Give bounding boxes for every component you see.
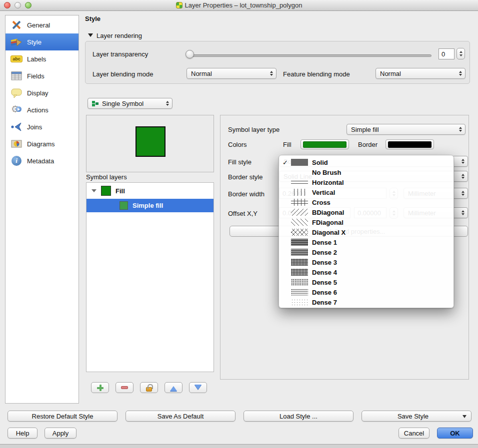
dense2-pattern-icon xyxy=(291,249,308,256)
up-arrow-icon xyxy=(170,383,177,391)
transparency-slider-track[interactable] xyxy=(188,54,432,57)
symbol-layers-label: Symbol layers xyxy=(86,173,127,181)
move-layer-up-button[interactable] xyxy=(164,382,182,393)
qgis-logo-icon xyxy=(176,2,182,8)
fill-style-label: Fill style xyxy=(228,158,252,166)
page-title: Style xyxy=(85,15,100,22)
restore-default-style-button[interactable]: Restore Default Style xyxy=(8,411,118,422)
single-symbol-icon xyxy=(92,100,99,107)
window-title: Layer Properties – lot_township_polygon xyxy=(0,1,478,9)
fields-icon xyxy=(10,70,22,82)
load-style-button[interactable]: Load Style ... xyxy=(244,411,354,422)
layer-transparency-label: Layer transparency xyxy=(92,50,148,58)
fill-label: Fill xyxy=(283,141,292,148)
sidebar-item-fields[interactable]: Fields xyxy=(6,67,78,84)
help-button[interactable]: Help xyxy=(8,428,38,439)
apply-button[interactable]: Apply xyxy=(44,428,76,439)
display-icon xyxy=(10,87,22,99)
zoom-window-button[interactable] xyxy=(25,2,32,8)
sidebar-item-metadata[interactable]: i Metadata xyxy=(6,152,78,169)
sidebar-item-labels[interactable]: abc Labels xyxy=(6,50,78,67)
fill-color-button[interactable] xyxy=(300,139,349,149)
layer-blending-select[interactable]: Normal xyxy=(186,68,276,79)
save-style-button[interactable]: Save Style xyxy=(362,411,472,422)
menu-item-cross[interactable]: Cross xyxy=(279,197,454,207)
combo-arrows-icon xyxy=(166,99,169,107)
dropdown-arrow-icon xyxy=(462,415,466,420)
feature-blending-select[interactable]: Normal xyxy=(376,68,466,79)
tree-expand-icon[interactable] xyxy=(92,189,96,195)
border-style-label: Border style xyxy=(228,173,262,181)
combo-arrows-icon xyxy=(462,189,464,197)
sidebar-item-diagrams[interactable]: Diagrams xyxy=(6,135,78,152)
menu-item-horizontal[interactable]: Horizontal xyxy=(279,177,454,187)
symbol-layers-tree: Fill Simple fill xyxy=(86,182,214,372)
offset-label: Offset X,Y xyxy=(228,210,258,217)
transparency-stepper[interactable] xyxy=(456,48,465,59)
menu-item-dense-6[interactable]: Dense 6 xyxy=(279,287,454,297)
tree-row-fill[interactable]: Fill xyxy=(86,183,214,199)
sidebar-item-joins[interactable]: Joins xyxy=(6,118,78,135)
general-icon xyxy=(10,19,22,31)
menu-item-dense-1[interactable]: Dense 1 xyxy=(279,237,454,247)
dense5-pattern-icon xyxy=(291,279,308,286)
sidebar-item-display[interactable]: Display xyxy=(6,84,78,101)
transparency-value-field[interactable]: 0 xyxy=(438,48,454,59)
dense1-pattern-icon xyxy=(291,239,308,246)
window-bottom-edge xyxy=(0,444,478,448)
layer-rendering-toggle[interactable]: Layer rendering xyxy=(88,31,142,39)
menu-item-fdiagonal[interactable]: FDiagonal xyxy=(279,217,454,227)
simple-fill-swatch-icon xyxy=(120,201,128,210)
cancel-button[interactable]: Cancel xyxy=(398,428,430,439)
cross-pattern-icon xyxy=(291,199,308,206)
lock-symbol-layer-button[interactable] xyxy=(140,382,158,393)
minimize-window-button[interactable] xyxy=(14,2,21,8)
menu-item-dense-3[interactable]: Dense 3 xyxy=(279,257,454,267)
diagrams-icon xyxy=(10,138,22,150)
collapse-triangle-icon xyxy=(88,33,93,39)
combo-arrows-icon xyxy=(459,125,462,133)
menu-item-bdiagonal[interactable]: BDiagonal xyxy=(279,207,454,217)
down-arrow-icon xyxy=(194,385,202,393)
remove-symbol-layer-button[interactable] xyxy=(116,382,134,393)
symbol-layer-type-label: Symbol layer type xyxy=(228,126,280,133)
title-bar: Layer Properties – lot_township_polygon xyxy=(0,0,478,11)
close-window-button[interactable] xyxy=(4,2,10,8)
vertical-pattern-icon xyxy=(291,189,308,196)
transparency-slider-handle[interactable] xyxy=(186,50,194,58)
sidebar-item-style[interactable]: Style xyxy=(6,33,78,50)
sidebar-item-general[interactable]: General xyxy=(6,16,78,33)
renderer-select[interactable]: Single Symbol xyxy=(88,98,172,109)
unlock-icon xyxy=(146,387,152,392)
menu-item-dense-7[interactable]: Dense 7 xyxy=(279,297,454,307)
menu-item-diagonal-x[interactable]: Diagonal X xyxy=(279,227,454,237)
menu-item-vertical[interactable]: Vertical xyxy=(279,187,454,197)
menu-item-dense-4[interactable]: Dense 4 xyxy=(279,267,454,277)
minus-icon xyxy=(121,386,128,389)
actions-icon: ⚙ xyxy=(10,104,22,116)
menu-item-solid[interactable]: Solid xyxy=(279,157,454,167)
combo-arrows-icon xyxy=(459,69,462,77)
border-color-button[interactable] xyxy=(386,139,434,149)
sidebar-item-actions[interactable]: ⚙ Actions xyxy=(6,101,78,118)
tree-row-simple-fill[interactable]: Simple fill xyxy=(86,199,214,212)
style-icon xyxy=(10,36,22,48)
menu-item-dense-2[interactable]: Dense 2 xyxy=(279,247,454,257)
labels-icon: abc xyxy=(10,53,22,65)
add-symbol-layer-button[interactable] xyxy=(91,382,109,393)
menu-item-dense-5[interactable]: Dense 5 xyxy=(279,277,454,287)
layer-blending-label: Layer blending mode xyxy=(92,70,153,78)
dense3-pattern-icon xyxy=(291,259,308,266)
combo-arrows-icon xyxy=(462,157,464,165)
symbol-layer-type-select[interactable]: Simple fill xyxy=(346,124,466,135)
fdiagonal-pattern-icon xyxy=(291,219,308,226)
menu-item-no-brush[interactable]: No Brush xyxy=(279,167,454,177)
move-layer-down-button[interactable] xyxy=(189,382,207,393)
border-width-label: Border width xyxy=(228,190,264,198)
ok-button[interactable]: OK xyxy=(437,428,473,439)
combo-arrows-icon xyxy=(462,209,464,217)
fill-swatch-icon xyxy=(101,186,111,196)
symbol-preview-square xyxy=(136,126,166,157)
checkmark-icon xyxy=(282,159,291,166)
save-as-default-button[interactable]: Save As Default xyxy=(126,411,236,422)
